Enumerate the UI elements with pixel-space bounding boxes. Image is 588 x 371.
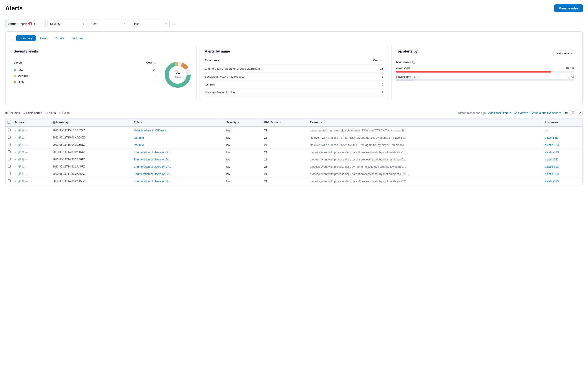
more-actions-icon[interactable]: ··· [25,136,28,139]
row-host[interactable]: player1-de [543,134,582,141]
more-actions-icon[interactable]: ··· [25,143,28,147]
investigate-icon[interactable]: 🔗 [18,151,21,154]
more-actions-icon[interactable]: ··· [25,172,28,175]
investigate-icon[interactable]: 🔗 [18,143,21,147]
more-actions-icon[interactable]: ··· [25,158,28,161]
tab-counts[interactable]: Counts [52,35,67,41]
row-checkbox[interactable] [6,178,12,185]
timeline-icon[interactable]: ⊞ [22,172,24,175]
row-checkbox[interactable] [6,170,12,178]
filter-bar: Status open 1 ▾ Severity ▾ User ▾ Host ▾… [5,20,583,28]
row-checkbox[interactable] [6,127,12,134]
table-row: ⤢ 🔗 ⊞ ··· 2023-05-11T15:06:45.046Z test … [6,134,582,141]
row-checkbox[interactable] [6,149,12,156]
investigate-icon[interactable]: 🔗 [18,136,21,139]
row-host[interactable]: elastic-523 [543,178,582,185]
col-timestamp[interactable]: @timestamp ↓ [51,118,132,127]
col-risk-score[interactable]: Risk Score ▾ [262,118,308,127]
grid-view-button[interactable]: Grid view ▾ [514,111,528,114]
top-alert-name: player1-dev-3912 [396,75,418,78]
row-rule[interactable]: test rule [132,134,224,141]
col-reason[interactable]: Reason ▾ [308,118,543,127]
row-rule[interactable]: Enumeration of Users or Gr... [132,170,224,178]
expand-icon[interactable]: ⤢ [14,129,17,132]
manage-rules-button[interactable]: Manage rules [554,4,583,12]
tab-treemap[interactable]: Treemap [68,35,87,41]
view-icon-grid[interactable]: ⊞ [564,110,569,115]
expand-icon[interactable]: ⤢ [14,151,17,154]
fields-button[interactable]: ☰ Fields [59,111,70,114]
row-checkbox[interactable] [6,141,12,149]
timeline-icon[interactable]: ⊞ [22,165,24,168]
expand-icon[interactable]: ⤢ [14,158,17,161]
col-rule[interactable]: Rule ▾ [132,118,224,127]
row-host[interactable]: elastic-523 [543,149,582,156]
host-filter[interactable]: Host ▾ [130,20,169,28]
more-actions-icon[interactable]: ··· [25,165,28,168]
host-filter-label: Host [133,22,164,25]
alert-rule-count: 2 [381,91,383,94]
expand-icon[interactable]: ⤢ [14,180,17,183]
investigate-icon[interactable]: 🔗 [18,158,21,161]
row-timestamp: 2023-05-11T14:31:27.457Z [51,163,132,170]
timeline-icon[interactable]: ⊞ [22,143,24,147]
investigate-icon[interactable]: 🔗 [18,172,21,175]
investigate-icon[interactable]: 🔗 [18,165,21,168]
row-timestamp: 2023-05-11T14:31:27.454Z [51,170,132,178]
alert-rule-count: 5 [381,83,383,86]
investigate-icon[interactable]: 🔗 [18,129,21,132]
collapse-button[interactable]: ⌄ [9,36,15,41]
severity-filter[interactable]: Severity ▾ [47,20,87,28]
col-severity[interactable]: Severity ▾ [224,118,262,127]
user-filter[interactable]: User ▾ [89,20,128,28]
more-actions-icon[interactable]: ··· [25,151,28,154]
more-actions-icon[interactable]: ··· [25,129,28,132]
col-host[interactable]: host.name [543,118,582,127]
timeline-icon[interactable]: ⊞ [22,129,24,132]
row-rule[interactable]: Enumeration of Users or Gr... [132,178,224,185]
timeline-icon[interactable]: ⊞ [22,180,24,183]
row-rule[interactable]: Enumeration of Users or Gr... [132,156,224,163]
row-host[interactable]: elastic-523 [543,156,582,163]
row-rule[interactable]: test rule [132,141,224,149]
expand-icon[interactable]: ⤢ [14,165,17,168]
view-icon-list[interactable]: ☰ [570,110,576,115]
expand-icon[interactable]: ⤢ [14,143,17,147]
columns-button[interactable]: ⊞ Columns [5,111,20,114]
row-host[interactable]: elastic-523 [543,141,582,149]
page-title: Alerts [5,5,23,12]
row-rule[interactable]: Enumeration of Users or Gr... [132,149,224,156]
severity-count: 6 [155,74,157,78]
row-checkbox[interactable] [6,134,12,141]
select-all-checkbox[interactable] [6,118,12,127]
info-icon[interactable]: i [412,61,415,64]
row-host[interactable]: elastic-523 [543,163,582,170]
investigate-icon[interactable]: 🔗 [18,180,21,183]
expand-icon[interactable]: ⤢ [14,136,17,139]
host-chevron-icon: ▾ [166,23,167,25]
row-rule[interactable]: Enumeration of Users or Gr... [132,163,224,170]
timeline-icon[interactable]: ⊞ [22,151,24,154]
view-icon-fullscreen[interactable]: ⤢ [577,110,583,115]
tab-trend[interactable]: Trend [36,35,51,41]
row-host[interactable]: — [543,127,582,134]
sorted-button[interactable]: ⇅ 1 field sorted [22,111,42,114]
top-alerts-selector[interactable]: host.name ▾ [553,51,574,56]
row-host[interactable]: elastic-523 [543,170,582,178]
row-checkbox[interactable] [6,156,12,163]
timeline-icon[interactable]: ⊞ [22,158,24,161]
row-actions: ⤢ 🔗 ⊞ ··· [12,170,51,178]
expand-icon[interactable]: ⤢ [14,172,17,175]
donut-chart: 31 alerts [163,61,192,89]
levels-header: Levels [14,61,22,64]
row-checkbox[interactable] [6,163,12,170]
row-rule[interactable]: Multiple Alerts in Different ... [132,127,224,134]
timeline-icon[interactable]: ⊞ [22,136,24,139]
group-by-button[interactable]: Group alerts by: None ▾ [531,111,561,114]
more-filters-button[interactable]: ··· [171,21,176,27]
row-timestamp: 2023-05-11T15:13:12.029Z [51,127,132,134]
tab-summary[interactable]: Summary [16,35,36,41]
status-filter[interactable]: Status open 1 ▾ [5,20,45,28]
more-actions-icon[interactable]: ··· [25,180,28,183]
additional-filters-button[interactable]: Additional filters ▾ [488,111,511,114]
